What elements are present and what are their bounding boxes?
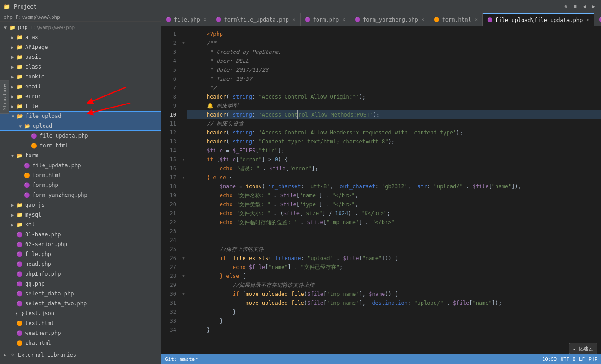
tab-form-yanzheng[interactable]: 🟣 form_yanzheng.php × <box>350 13 429 26</box>
tree-item-cookie[interactable]: ▶ 📁 cookie <box>0 72 161 82</box>
tree-item-test-json[interactable]: { } test.json <box>0 308 161 318</box>
ln-21: 21 <box>161 209 180 218</box>
tree-item-weather-php[interactable]: 🟣 weather.php <box>0 328 161 338</box>
tree-item-file-upload[interactable]: ▼ 📂 file_upload <box>0 111 161 121</box>
tree-item-php-root[interactable]: ▼ 📁 php F:\wamp\www\php <box>0 22 161 32</box>
tab-close-file-php[interactable]: × <box>204 17 207 22</box>
tree-item-apipage[interactable]: ▶ 📁 APIpage <box>0 42 161 52</box>
tree-item-01-base[interactable]: 🟣 01-base.php <box>0 230 161 239</box>
gutter-7 <box>180 83 187 92</box>
gutter-15[interactable]: ▼ <box>180 155 187 164</box>
code-line-10: header( string: 'Access-Cont rol-Allow-M… <box>187 110 601 119</box>
tab-close-form-updata[interactable]: × <box>292 17 296 22</box>
gutter-4 <box>180 56 187 65</box>
tab-close-yanzheng[interactable]: × <box>422 17 425 22</box>
tab-close-form-php[interactable]: × <box>342 17 345 22</box>
ln-19: 19 <box>161 191 180 200</box>
tree-item-02-senior[interactable]: 🟣 02-senior.php <box>0 239 161 249</box>
gutter-17[interactable]: ▼ <box>180 173 187 182</box>
tab-form-html[interactable]: 🟠 form.html × <box>429 13 483 26</box>
tree-item-gao-js[interactable]: ▶ 📁 gao_js <box>0 200 161 210</box>
tab-close-upload-updata[interactable]: × <box>586 17 589 23</box>
tab-icon-form-php: 🟣 <box>305 17 310 22</box>
tab-weather-php[interactable]: 🟣 weather.php × <box>594 13 601 26</box>
status-line-endings[interactable]: LF <box>579 356 585 362</box>
tab-icon-form-updata: 🟣 <box>216 17 221 22</box>
tree-item-file-updata-php[interactable]: 🟣 file_updata.php <box>0 131 161 141</box>
tree-item-zha-html[interactable]: 🟠 zha.html <box>0 338 161 348</box>
settings-icon[interactable]: ≡ <box>571 3 579 10</box>
tree-label-select-data: select_data.php <box>25 290 74 297</box>
tree-item-external-libs[interactable]: ▶ ⚙ External Libraries <box>0 350 161 360</box>
tree-item-file-php-root[interactable]: 🟣 file.php <box>0 249 161 259</box>
tree-item-form-file-updata[interactable]: 🟣 file_updata.php <box>0 160 161 170</box>
tree-item-form-folder[interactable]: ▼ 📂 form <box>0 151 161 160</box>
tree-item-text-html[interactable]: 🟠 text.html <box>0 318 161 328</box>
ln-31: 31 <box>161 299 180 308</box>
tab-file-upload-updata[interactable]: 🟣 file_upload\file_updata.php × <box>483 13 594 26</box>
tab-form-php[interactable]: 🟣 form.php × <box>300 13 350 26</box>
new-file-icon[interactable]: ⊕ <box>562 3 570 10</box>
ln-12: 12 <box>161 128 180 137</box>
gutter-30[interactable]: ▼ <box>180 290 187 299</box>
tree-item-class[interactable]: ▶ 📁 class <box>0 62 161 72</box>
php-icon-qq: 🟣 <box>16 280 23 287</box>
tree-item-file[interactable]: ▶ 📁 file <box>0 101 161 111</box>
tree-item-qq-php[interactable]: 🟣 qq.php <box>0 279 161 289</box>
code-content[interactable]: <?php /** * Created by PhpStorm. * User:… <box>187 26 601 354</box>
tree-item-form-html-upload[interactable]: 🟠 form.html <box>0 141 161 151</box>
gutter-2[interactable]: ▼ <box>180 39 187 48</box>
code-line-34: } <box>187 325 601 334</box>
tab-form-file-updata[interactable]: 🟣 form\file_updata.php × <box>211 13 300 26</box>
ln-33: 33 <box>161 316 180 325</box>
folder-icon-php: 📁 <box>9 24 16 31</box>
expand-icon[interactable]: ▶ <box>590 3 597 10</box>
tree-item-upload[interactable]: ▼ 📂 upload <box>0 121 161 131</box>
arrow-ext-libs: ▶ <box>2 352 9 357</box>
ln-4: 4 <box>161 56 180 65</box>
tree-item-select-data-two[interactable]: 🟣 select_data_two.php <box>0 299 161 308</box>
tree-label-form-php: form.php <box>32 182 58 188</box>
code-line-21: echo "文件大小: " . ($file["size"] / 1024) .… <box>187 209 601 218</box>
tree-label-xml: xml <box>25 221 35 228</box>
php-icon-01base: 🟣 <box>16 231 23 238</box>
gutter-31 <box>180 299 187 308</box>
php-icon-form-php: 🟣 <box>23 182 30 189</box>
ln-26: 26 <box>161 254 180 263</box>
structure-tab[interactable]: Structure <box>0 81 9 114</box>
tree-label-gao-js: gao_js <box>25 202 44 208</box>
gutter-28[interactable]: ▼ <box>180 272 187 281</box>
status-file-type[interactable]: PHP <box>588 356 597 362</box>
status-position[interactable]: 10:53 <box>542 356 557 362</box>
gutter-26[interactable]: ▼ <box>180 254 187 263</box>
tab-close-form-html[interactable]: × <box>475 17 478 22</box>
collapse-icon[interactable]: ◀ <box>581 3 588 10</box>
code-line-25: //保存上传的文件 <box>187 245 601 254</box>
gutter-8 <box>180 92 187 101</box>
tree-item-mysql[interactable]: ▶ 📁 mysql <box>0 210 161 220</box>
tree-item-ajax[interactable]: ▶ 📁 ajax <box>0 32 161 42</box>
tree-item-email[interactable]: ▶ 📁 email <box>0 82 161 91</box>
ln-28: 28 <box>161 272 180 281</box>
tree-item-error[interactable]: ▶ 📁 error <box>0 91 161 101</box>
gutter-10 <box>180 110 187 119</box>
tree-item-form-html[interactable]: 🟠 form.html <box>0 170 161 180</box>
code-line-7: */ <box>187 83 601 92</box>
arrow-file: ▶ <box>9 104 16 109</box>
gutter-32 <box>180 308 187 316</box>
code-line-29: //如果目录不存在则将该文件上传 <box>187 281 601 290</box>
tab-file-php[interactable]: 🟣 file.php × <box>161 13 211 26</box>
php-icon-form-updata: 🟣 <box>23 162 30 169</box>
tree-item-form-yanzheng[interactable]: 🟣 form_yanzheng.php <box>0 190 161 200</box>
tree-item-basic[interactable]: ▶ 📁 basic <box>0 52 161 62</box>
tree-item-xml[interactable]: ▶ 📁 xml <box>0 220 161 230</box>
tree-item-phpinfo[interactable]: 🟣 phpInfo.php <box>0 269 161 279</box>
tree-item-select-data[interactable]: 🟣 select_data.php <box>0 289 161 299</box>
tree-label-email: email <box>25 83 41 90</box>
php-icon-phpinfo: 🟣 <box>16 270 23 277</box>
tree-label-basic: basic <box>25 54 41 60</box>
tree-item-head-php[interactable]: 🟣 head.php <box>0 259 161 269</box>
arrow-basic: ▶ <box>9 55 16 60</box>
tree-item-form-php[interactable]: 🟣 form.php <box>0 180 161 190</box>
status-encoding[interactable]: UTF-8 <box>561 356 575 362</box>
